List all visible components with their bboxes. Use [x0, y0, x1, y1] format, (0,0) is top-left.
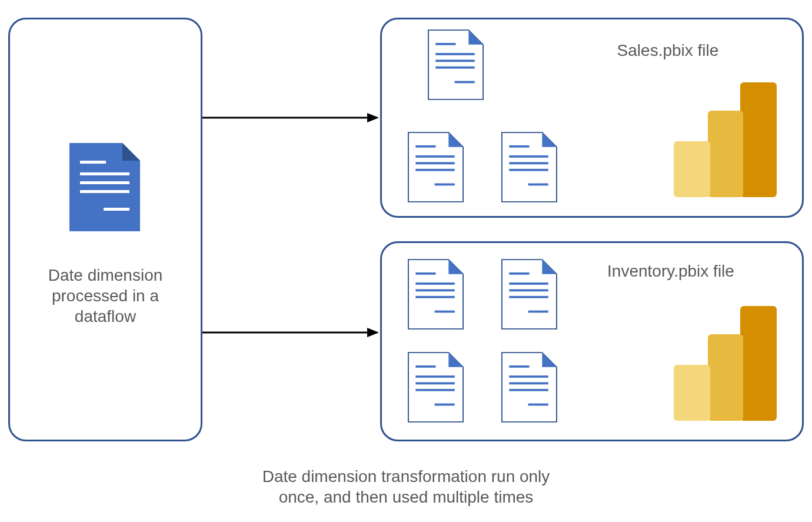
svg-rect-27	[509, 145, 529, 148]
svg-rect-53	[415, 382, 455, 384]
sales-title: Sales.pbix file	[594, 41, 741, 60]
svg-rect-30	[509, 169, 548, 171]
svg-rect-33	[708, 111, 743, 197]
svg-rect-17	[455, 81, 475, 84]
svg-rect-3	[80, 172, 129, 175]
powerbi-icon	[674, 82, 777, 197]
inventory-title: Inventory.pbix file	[588, 262, 753, 281]
file-outline-icon	[501, 352, 557, 423]
svg-rect-45	[509, 282, 548, 285]
file-outline-icon	[428, 29, 484, 100]
svg-rect-59	[509, 375, 548, 378]
svg-rect-48	[528, 311, 548, 313]
file-outline-icon	[408, 259, 464, 330]
svg-marker-8	[367, 113, 379, 122]
svg-rect-41	[435, 311, 455, 313]
svg-rect-61	[509, 389, 548, 391]
svg-rect-39	[415, 289, 455, 291]
svg-rect-16	[435, 67, 475, 69]
svg-rect-29	[509, 162, 548, 164]
svg-rect-24	[435, 184, 455, 186]
file-outline-icon	[408, 352, 464, 423]
file-outline-icon	[501, 132, 557, 202]
svg-rect-44	[509, 272, 529, 275]
svg-rect-65	[674, 365, 710, 421]
svg-marker-19	[448, 132, 463, 147]
svg-rect-21	[415, 155, 455, 158]
svg-marker-1	[122, 143, 140, 161]
svg-rect-46	[509, 289, 548, 291]
svg-rect-54	[415, 389, 455, 391]
svg-rect-63	[740, 306, 777, 421]
svg-rect-38	[415, 282, 455, 285]
svg-rect-2	[80, 161, 106, 164]
svg-rect-14	[435, 53, 475, 55]
arrow-to-inventory	[202, 327, 379, 338]
svg-rect-47	[509, 296, 548, 298]
arrow-to-sales	[202, 112, 379, 124]
svg-marker-26	[542, 132, 557, 147]
svg-rect-51	[415, 365, 435, 368]
svg-rect-58	[509, 365, 529, 368]
svg-rect-5	[80, 190, 129, 193]
footer-caption: Date dimension transformation run only o…	[194, 466, 618, 507]
file-outline-icon	[408, 132, 464, 202]
svg-rect-23	[415, 169, 455, 171]
svg-rect-31	[528, 184, 548, 186]
svg-rect-34	[674, 141, 710, 197]
svg-rect-22	[415, 162, 455, 164]
powerbi-icon	[674, 306, 777, 421]
svg-rect-28	[509, 155, 548, 158]
svg-rect-6	[104, 208, 129, 211]
document-solid-icon	[69, 143, 140, 231]
dataflow-caption: Date dimension processed in a dataflow	[18, 265, 193, 327]
svg-rect-13	[435, 43, 455, 45]
svg-rect-37	[415, 272, 435, 275]
svg-rect-55	[435, 404, 455, 406]
svg-rect-15	[435, 59, 475, 62]
file-outline-icon	[501, 259, 557, 330]
svg-rect-40	[415, 296, 455, 298]
svg-marker-12	[468, 30, 483, 45]
svg-rect-20	[415, 145, 435, 148]
svg-marker-10	[367, 328, 379, 337]
svg-rect-52	[415, 375, 455, 378]
svg-rect-62	[528, 404, 548, 406]
svg-rect-60	[509, 382, 548, 384]
svg-rect-64	[708, 334, 743, 421]
svg-rect-4	[80, 181, 129, 184]
svg-rect-32	[740, 82, 777, 197]
